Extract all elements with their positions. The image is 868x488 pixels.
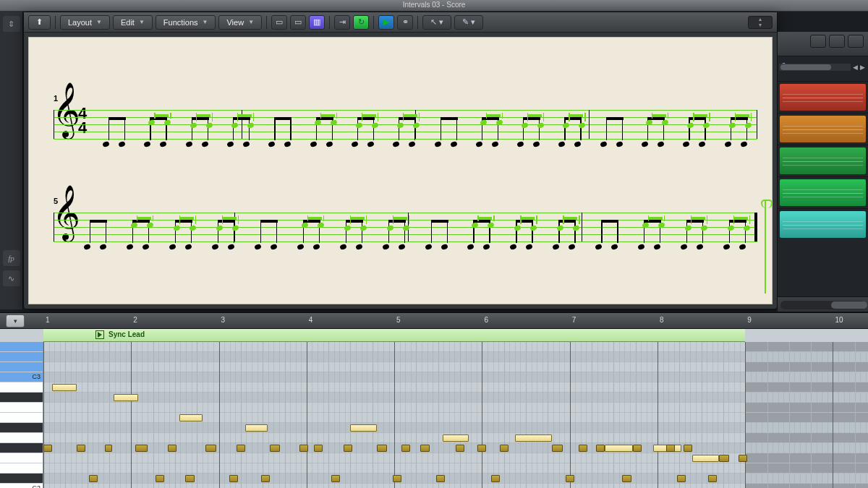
- midi-note[interactable]: [677, 475, 686, 482]
- note-head[interactable]: [408, 141, 416, 147]
- region[interactable]: [780, 179, 866, 206]
- region[interactable]: [780, 211, 866, 238]
- midi-note[interactable]: [245, 424, 268, 432]
- piano-key[interactable]: [0, 413, 43, 423]
- note-head[interactable]: [680, 244, 688, 250]
- menu-functions[interactable]: Functions▼: [156, 15, 216, 30]
- midi-note[interactable]: [270, 445, 281, 452]
- note-head[interactable]: [696, 244, 704, 250]
- midi-note[interactable]: [692, 455, 718, 462]
- ornament-icon[interactable]: ∿: [3, 270, 20, 286]
- note-head[interactable]: [467, 244, 475, 250]
- list-view-icon[interactable]: [810, 35, 826, 48]
- note-head[interactable]: [201, 141, 209, 147]
- note-head[interactable]: [574, 141, 582, 147]
- track-lane[interactable]: [778, 208, 868, 240]
- note-head[interactable]: [552, 244, 560, 250]
- note-head[interactable]: [510, 244, 518, 250]
- note-head[interactable]: [184, 244, 192, 250]
- note-head[interactable]: [450, 141, 458, 147]
- midi-note[interactable]: [436, 475, 445, 482]
- notepad-icon[interactable]: [829, 35, 845, 48]
- note-head[interactable]: [312, 244, 320, 250]
- note-head[interactable]: [351, 141, 359, 147]
- catch-playhead-icon[interactable]: ▶: [378, 15, 394, 30]
- midi-note[interactable]: [633, 445, 642, 452]
- track-lane[interactable]: [778, 81, 868, 113]
- note-head[interactable]: [211, 244, 219, 250]
- view-mode-page-icon[interactable]: ▥: [309, 15, 325, 30]
- note-head[interactable]: [475, 141, 483, 147]
- piano-key[interactable]: [0, 453, 43, 463]
- note-head[interactable]: [99, 244, 107, 250]
- zoom-stepper[interactable]: ▲▼: [748, 16, 773, 29]
- piano-key[interactable]: [0, 443, 43, 453]
- note-head[interactable]: [516, 141, 524, 147]
- note-head[interactable]: [739, 244, 746, 250]
- midi-note[interactable]: [185, 475, 194, 482]
- note-head[interactable]: [425, 244, 433, 250]
- note-head[interactable]: [434, 141, 442, 147]
- piano-key[interactable]: [0, 342, 43, 352]
- midi-note[interactable]: [500, 445, 509, 452]
- note-head[interactable]: [595, 244, 603, 250]
- note-head[interactable]: [392, 141, 400, 147]
- midi-note[interactable]: [708, 475, 717, 482]
- menu-view[interactable]: View▼: [218, 15, 262, 30]
- note-head[interactable]: [310, 141, 318, 147]
- region[interactable]: [780, 116, 866, 142]
- midi-note[interactable]: [443, 435, 469, 442]
- note-head[interactable]: [441, 244, 448, 250]
- note-head[interactable]: [254, 244, 262, 250]
- midi-note[interactable]: [605, 445, 633, 452]
- midi-note[interactable]: [596, 445, 605, 452]
- dynamics-icon[interactable]: fp: [3, 250, 20, 266]
- note-head[interactable]: [723, 244, 731, 250]
- scroll-right-icon[interactable]: ▶: [860, 64, 865, 71]
- midi-note[interactable]: [314, 445, 323, 452]
- midi-note[interactable]: [344, 445, 352, 452]
- strip-updown-icon[interactable]: ⇕: [3, 16, 20, 32]
- midi-note[interactable]: [350, 424, 376, 432]
- midi-note[interactable]: [622, 475, 631, 482]
- midi-note[interactable]: [579, 445, 587, 452]
- midi-note[interactable]: [566, 475, 574, 482]
- piano-roll-menu-button[interactable]: ▾: [6, 314, 25, 328]
- midi-note[interactable]: [401, 445, 410, 452]
- note-head[interactable]: [118, 141, 126, 147]
- piano-roll-grid[interactable]: [43, 342, 868, 488]
- tracks-horizontal-scrollbar[interactable]: [779, 64, 851, 71]
- midi-note[interactable]: [456, 445, 464, 452]
- midi-note[interactable]: [515, 435, 552, 442]
- midi-note[interactable]: [205, 445, 216, 452]
- track-lane[interactable]: [778, 145, 868, 176]
- note-head[interactable]: [270, 244, 278, 250]
- note-head[interactable]: [483, 244, 491, 250]
- note-head[interactable]: [724, 141, 732, 147]
- note-head[interactable]: [242, 141, 250, 147]
- note-head[interactable]: [382, 244, 390, 250]
- scrollbar-track[interactable]: [780, 301, 865, 309]
- midi-note[interactable]: [52, 384, 77, 391]
- piano-key[interactable]: [0, 423, 43, 433]
- note-head[interactable]: [355, 244, 363, 250]
- scrollbar-thumb[interactable]: [780, 64, 831, 70]
- piano-key[interactable]: C2: [0, 484, 43, 488]
- piano-key[interactable]: [0, 362, 43, 372]
- score-page[interactable]: 1 𝄞 44 5 𝄞: [28, 37, 773, 304]
- midi-note[interactable]: [299, 445, 308, 452]
- tracks-ruler[interactable]: 8 ◀▶: [778, 56, 868, 71]
- menu-layout[interactable]: Layout▼: [60, 15, 110, 30]
- note-head[interactable]: [641, 141, 649, 147]
- note-head[interactable]: [339, 244, 347, 250]
- midi-note[interactable]: [229, 475, 238, 482]
- note-head[interactable]: [83, 244, 91, 250]
- midi-note[interactable]: [491, 475, 500, 482]
- midi-out-icon[interactable]: ↻: [353, 15, 369, 30]
- note-head[interactable]: [600, 141, 608, 147]
- note-head[interactable]: [142, 244, 150, 250]
- midi-note[interactable]: [377, 445, 388, 452]
- midi-note[interactable]: [666, 445, 675, 452]
- note-head[interactable]: [532, 141, 540, 147]
- region[interactable]: [780, 84, 866, 111]
